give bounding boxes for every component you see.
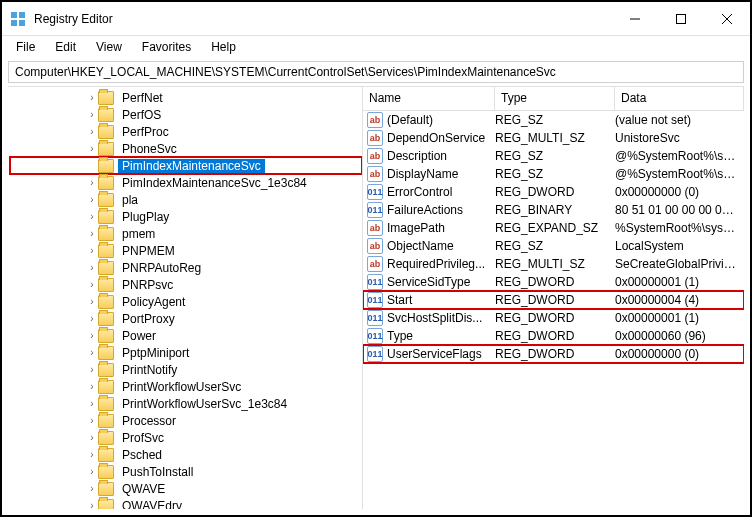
chevron-right-icon[interactable]: › (86, 279, 98, 290)
menu-file[interactable]: File (8, 38, 43, 56)
tree-item[interactable]: ›PlugPlay (10, 208, 362, 225)
column-data[interactable]: Data (615, 87, 744, 110)
chevron-right-icon[interactable]: › (86, 143, 98, 154)
tree-item[interactable]: ›PrintWorkflowUserSvc_1e3c84 (10, 395, 362, 412)
value-data: SeCreateGlobalPrivilege (615, 257, 744, 271)
list-row[interactable]: abImagePathREG_EXPAND_SZ%SystemRoot%\sys… (363, 219, 744, 237)
tree-item[interactable]: ›PNRPsvc (10, 276, 362, 293)
chevron-right-icon[interactable]: › (86, 449, 98, 460)
tree-item[interactable]: ›PrintWorkflowUserSvc (10, 378, 362, 395)
list-row[interactable]: 011UserServiceFlagsREG_DWORD0x00000000 (… (363, 345, 744, 363)
tree-item[interactable]: ›PptpMiniport (10, 344, 362, 361)
value-data: @%SystemRoot%\system (615, 149, 744, 163)
tree-item[interactable]: ›PNPMEM (10, 242, 362, 259)
close-button[interactable] (704, 2, 750, 35)
list-row[interactable]: 011SvcHostSplitDis...REG_DWORD0x00000001… (363, 309, 744, 327)
binary-value-icon: 011 (367, 346, 383, 362)
minimize-button[interactable] (612, 2, 658, 35)
list-row[interactable]: 011StartREG_DWORD0x00000004 (4) (363, 291, 744, 309)
tree-item[interactable]: ›Power (10, 327, 362, 344)
chevron-down-icon[interactable]: ⌄ (86, 160, 98, 171)
chevron-right-icon[interactable]: › (86, 262, 98, 273)
tree-item[interactable]: ›QWAVEdrv (10, 497, 362, 509)
tree-panel[interactable]: ›PerfNet›PerfOS›PerfProc›PhoneSvc⌄PimInd… (8, 87, 363, 509)
chevron-right-icon[interactable]: › (86, 330, 98, 341)
value-type: REG_DWORD (495, 275, 615, 289)
menu-help[interactable]: Help (203, 38, 244, 56)
folder-icon (98, 397, 114, 411)
address-bar[interactable]: Computer\HKEY_LOCAL_MACHINE\SYSTEM\Curre… (8, 61, 744, 83)
value-name: ObjectName (387, 239, 495, 253)
list-row[interactable]: 011ErrorControlREG_DWORD0x00000000 (0) (363, 183, 744, 201)
list-row[interactable]: abRequiredPrivileg...REG_MULTI_SZSeCreat… (363, 255, 744, 273)
list-row[interactable]: abDescriptionREG_SZ@%SystemRoot%\system (363, 147, 744, 165)
chevron-right-icon[interactable]: › (86, 92, 98, 103)
chevron-right-icon[interactable]: › (86, 500, 98, 509)
value-type: REG_DWORD (495, 185, 615, 199)
chevron-right-icon[interactable]: › (86, 245, 98, 256)
chevron-right-icon[interactable]: › (86, 466, 98, 477)
list-row[interactable]: abDisplayNameREG_SZ@%SystemRoot%\system (363, 165, 744, 183)
chevron-right-icon[interactable]: › (86, 347, 98, 358)
chevron-right-icon[interactable]: › (86, 432, 98, 443)
tree-item[interactable]: ›QWAVE (10, 480, 362, 497)
tree-item[interactable]: ›PortProxy (10, 310, 362, 327)
chevron-right-icon[interactable]: › (86, 381, 98, 392)
folder-icon (98, 159, 114, 173)
list-row[interactable]: 011ServiceSidTypeREG_DWORD0x00000001 (1) (363, 273, 744, 291)
value-data: %SystemRoot%\system32 (615, 221, 744, 235)
chevron-right-icon[interactable]: › (86, 313, 98, 324)
chevron-right-icon[interactable]: › (86, 177, 98, 188)
tree-item[interactable]: ›PerfProc (10, 123, 362, 140)
tree-item[interactable]: ›PerfOS (10, 106, 362, 123)
menu-favorites[interactable]: Favorites (134, 38, 199, 56)
chevron-right-icon[interactable]: › (86, 126, 98, 137)
tree-item[interactable]: ›PerfNet (10, 89, 362, 106)
tree-item[interactable]: ›PhoneSvc (10, 140, 362, 157)
folder-icon (98, 210, 114, 224)
tree-item[interactable]: ›Psched (10, 446, 362, 463)
folder-icon (98, 482, 114, 496)
tree-item[interactable]: ›pla (10, 191, 362, 208)
chevron-right-icon[interactable]: › (86, 483, 98, 494)
list-row[interactable]: 011TypeREG_DWORD0x00000060 (96) (363, 327, 744, 345)
folder-icon (98, 227, 114, 241)
list-row[interactable]: ab(Default)REG_SZ(value not set) (363, 111, 744, 129)
tree-item-label: PNRPAutoReg (118, 261, 205, 275)
chevron-right-icon[interactable]: › (86, 398, 98, 409)
tree-item[interactable]: ⌄PimIndexMaintenanceSvc (10, 157, 362, 174)
column-type[interactable]: Type (495, 87, 615, 110)
tree-item[interactable]: ›PimIndexMaintenanceSvc_1e3c84 (10, 174, 362, 191)
value-name: RequiredPrivileg... (387, 257, 495, 271)
tree-item[interactable]: ›pmem (10, 225, 362, 242)
list-row[interactable]: 011FailureActionsREG_BINARY80 51 01 00 0… (363, 201, 744, 219)
tree-item-label: PNRPsvc (118, 278, 177, 292)
tree-item[interactable]: ›Processor (10, 412, 362, 429)
column-name[interactable]: Name (363, 87, 495, 110)
svg-rect-0 (11, 12, 17, 18)
tree-item-label: PhoneSvc (118, 142, 181, 156)
list-row[interactable]: abObjectNameREG_SZLocalSystem (363, 237, 744, 255)
list-panel[interactable]: Name Type Data ab(Default)REG_SZ(value n… (363, 87, 744, 509)
string-value-icon: ab (367, 256, 383, 272)
chevron-right-icon[interactable]: › (86, 415, 98, 426)
chevron-right-icon[interactable]: › (86, 364, 98, 375)
menu-edit[interactable]: Edit (47, 38, 84, 56)
titlebar: Registry Editor (2, 2, 750, 36)
chevron-right-icon[interactable]: › (86, 296, 98, 307)
maximize-button[interactable] (658, 2, 704, 35)
svg-rect-1 (19, 12, 25, 18)
chevron-right-icon[interactable]: › (86, 228, 98, 239)
tree-item[interactable]: ›PolicyAgent (10, 293, 362, 310)
chevron-right-icon[interactable]: › (86, 109, 98, 120)
tree-item[interactable]: ›PushToInstall (10, 463, 362, 480)
value-data: @%SystemRoot%\system (615, 167, 744, 181)
tree-item[interactable]: ›PNRPAutoReg (10, 259, 362, 276)
tree-item[interactable]: ›ProfSvc (10, 429, 362, 446)
chevron-right-icon[interactable]: › (86, 211, 98, 222)
tree-item[interactable]: ›PrintNotify (10, 361, 362, 378)
menubar: File Edit View Favorites Help (2, 36, 750, 58)
chevron-right-icon[interactable]: › (86, 194, 98, 205)
list-row[interactable]: abDependOnServiceREG_MULTI_SZUnistoreSvc (363, 129, 744, 147)
menu-view[interactable]: View (88, 38, 130, 56)
